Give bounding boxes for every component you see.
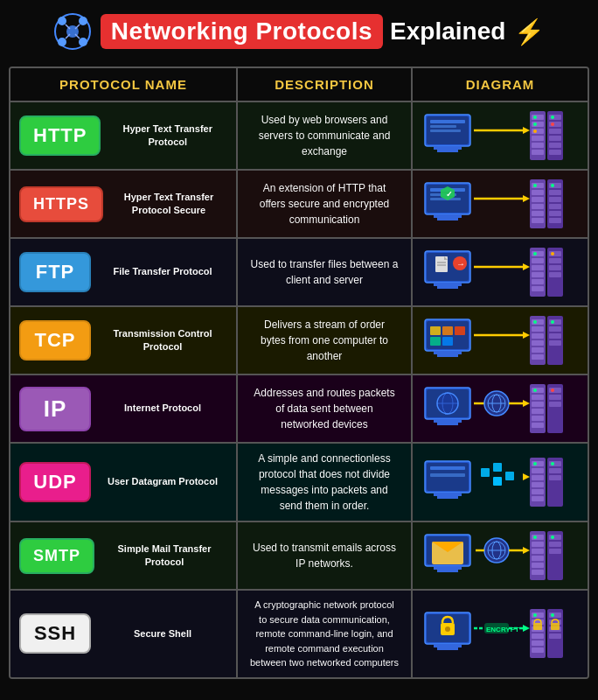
svg-rect-26 <box>532 150 544 155</box>
svg-rect-156 <box>481 468 490 477</box>
svg-rect-89 <box>549 258 561 263</box>
svg-rect-218 <box>532 640 544 646</box>
proto-name-tcp: Transmission Control Protocol <box>98 327 227 354</box>
svg-rect-30 <box>549 129 561 134</box>
svg-point-38 <box>551 122 554 126</box>
svg-rect-111 <box>532 347 544 353</box>
diagram-udp <box>413 444 588 521</box>
svg-marker-105 <box>523 332 530 339</box>
table-row: TCP Transmission Control Protocol Delive… <box>10 307 588 375</box>
svg-rect-110 <box>532 340 544 346</box>
header: Networking Protocols Explained ⚡ <box>0 0 598 60</box>
svg-rect-60 <box>549 190 561 195</box>
svg-rect-108 <box>532 326 544 332</box>
proto-badge-ftp: FTP <box>19 252 91 292</box>
proto-badge-ip: IP <box>19 387 91 431</box>
svg-point-227 <box>533 613 537 617</box>
svg-rect-64 <box>549 218 561 223</box>
svg-point-35 <box>533 122 537 126</box>
svg-rect-122 <box>434 419 462 423</box>
svg-rect-176 <box>434 566 462 570</box>
proto-cell-https: HTTPS Hyper Text Transfer Protocol Secur… <box>10 171 238 237</box>
proto-name-https: Hyper Text Transfer Protocol Secure <box>110 191 227 218</box>
desc-smtp: Used to transmit emails across IP networ… <box>238 522 413 589</box>
svg-rect-171 <box>549 475 561 480</box>
svg-rect-220 <box>533 623 542 630</box>
svg-rect-163 <box>532 468 544 473</box>
desc-http: Used by web browsers and servers to comm… <box>238 102 413 169</box>
proto-cell-tcp: TCP Transmission Control Protocol <box>10 307 238 374</box>
svg-rect-69 <box>434 283 462 286</box>
svg-rect-112 <box>532 354 544 360</box>
svg-rect-33 <box>549 150 561 155</box>
svg-point-93 <box>551 252 554 256</box>
svg-rect-146 <box>549 402 561 407</box>
table-row: SMTP Simple Mail Transfer Protocol Used … <box>10 522 588 591</box>
col-description: DESCRIPTION <box>238 68 413 101</box>
svg-rect-25 <box>532 143 544 148</box>
svg-text:ENCRYPT: ENCRYPT <box>486 626 519 634</box>
title-explained: Explained <box>390 18 505 46</box>
svg-rect-177 <box>437 570 458 572</box>
svg-rect-219 <box>532 648 544 653</box>
svg-rect-155 <box>430 473 465 477</box>
header-title: Networking Protocols Explained <box>101 14 506 49</box>
svg-rect-164 <box>532 475 544 480</box>
svg-rect-84 <box>532 272 544 277</box>
proto-cell-http: HTTP Hyper Text Transfer Protocol <box>10 102 238 169</box>
svg-rect-91 <box>549 272 561 277</box>
svg-point-199 <box>533 536 537 539</box>
table-row: FTP File Transfer Protocol Used to trans… <box>10 239 588 307</box>
svg-marker-212 <box>523 625 530 632</box>
proto-name-udp: User Datagram Protocol <box>98 475 227 488</box>
proto-cell-udp: UDP User Datagram Protocol <box>10 444 238 521</box>
svg-rect-141 <box>532 416 544 421</box>
svg-rect-55 <box>532 204 544 209</box>
svg-rect-117 <box>549 340 561 346</box>
svg-rect-158 <box>493 477 502 486</box>
svg-rect-70 <box>437 286 458 289</box>
svg-rect-12 <box>434 146 462 150</box>
diagram-ip <box>413 375 588 442</box>
svg-rect-140 <box>532 409 544 414</box>
svg-rect-82 <box>532 258 544 263</box>
proto-name-http: Hyper Text Transfer Protocol <box>108 122 227 150</box>
svg-marker-79 <box>523 263 530 270</box>
svg-rect-13 <box>437 150 458 152</box>
svg-rect-109 <box>532 333 544 339</box>
svg-rect-96 <box>434 351 462 354</box>
proto-badge-ssh: SSH <box>19 613 91 654</box>
svg-rect-62 <box>549 204 561 209</box>
svg-marker-19 <box>523 127 530 134</box>
desc-udp: A simple and connectionless protocol tha… <box>238 444 413 521</box>
svg-rect-100 <box>442 326 453 335</box>
svg-rect-154 <box>430 466 465 470</box>
svg-rect-24 <box>532 136 544 141</box>
svg-rect-198 <box>549 549 561 554</box>
diagram-ftp: → <box>413 239 588 305</box>
svg-point-118 <box>533 320 537 324</box>
proto-badge-smtp: SMTP <box>19 538 94 574</box>
svg-rect-190 <box>532 542 544 547</box>
svg-rect-57 <box>532 218 544 223</box>
network-icon <box>53 12 92 51</box>
svg-rect-115 <box>549 326 561 332</box>
svg-rect-16 <box>430 125 456 128</box>
table-row: HTTPS Hyper Text Transfer Protocol Secur… <box>10 171 588 239</box>
svg-point-128 <box>438 394 457 413</box>
svg-rect-167 <box>532 496 544 501</box>
svg-rect-17 <box>430 130 461 132</box>
table-row: HTTP Hyper Text Transfer Protocol Used b… <box>10 102 588 171</box>
table-row: IP Internet Protocol Addresses and route… <box>10 375 588 444</box>
svg-text:✓: ✓ <box>446 190 453 199</box>
svg-rect-103 <box>442 337 453 346</box>
svg-point-37 <box>551 116 554 119</box>
svg-rect-63 <box>549 211 561 216</box>
lightning-icon: ⚡ <box>514 18 545 46</box>
svg-point-2 <box>58 17 66 25</box>
svg-point-34 <box>533 116 537 119</box>
proto-badge-https: HTTPS <box>19 186 103 222</box>
svg-point-66 <box>551 184 554 187</box>
svg-rect-102 <box>430 337 441 346</box>
svg-text:→: → <box>456 259 465 269</box>
